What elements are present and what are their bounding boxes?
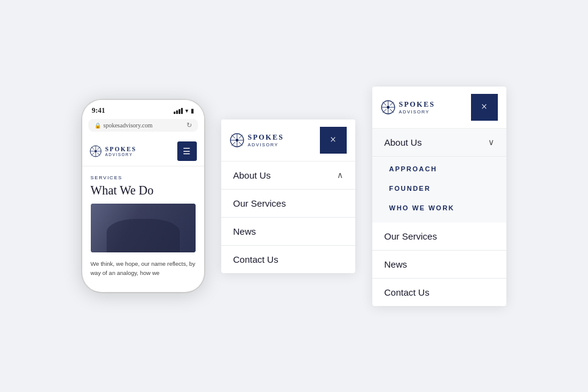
phone-status-icons: ▾ ▮ [174,107,194,114]
svg-line-29 [383,109,386,113]
phone-logo: SPOKES ADVISORY [90,145,136,157]
wifi-icon: ▾ [185,107,188,114]
services-label: SERVICES [91,175,196,180]
panel2-nav-contact[interactable]: Contact Us [372,279,506,306]
hero-image-inner [91,204,196,252]
scene: 9:41 ▾ ▮ 🔒 spokesadvisory.com ↻ [0,62,588,330]
panel1-logo-text: SPOKES ADVISORY [248,133,284,148]
phone-status-bar: 9:41 ▾ ▮ [82,100,204,119]
lock-icon: 🔒 [94,123,101,129]
panel2-logo-text: SPOKES ADVISORY [399,100,435,115]
sub-item-founder[interactable]: FOUNDER [372,179,506,198]
menu-panel-1: SPOKES ADVISORY × About Us ∧ Our Service… [221,119,355,273]
phone-address-bar[interactable]: 🔒 spokesadvisory.com ↻ [88,119,198,132]
page-heading: What We Do [91,183,196,198]
signal-icon [174,108,183,114]
panel2-sub-nav: APPROACH FOUNDER WHO WE WORK [372,157,506,223]
svg-line-8 [97,147,100,150]
sub-item-who-we-work[interactable]: WHO WE WORK [372,198,506,218]
panel1-nav-services[interactable]: Our Services [221,190,355,218]
svg-point-11 [235,138,238,141]
phone-time: 9:41 [92,106,105,115]
panel2-nav-about[interactable]: About Us ∨ [372,129,506,157]
reload-icon[interactable]: ↻ [186,121,192,129]
svg-line-6 [91,147,94,150]
about-chevron-down: ∨ [488,137,494,147]
menu-panel-2: SPOKES ADVISORY × About Us ∨ APPROACH FO… [372,87,506,306]
svg-line-18 [239,135,243,138]
battery-icon: ▮ [191,107,194,114]
spokes-logo-icon [90,145,102,157]
phone-mockup: 9:41 ▾ ▮ 🔒 spokesadvisory.com ↻ [82,100,204,292]
sub-item-approach[interactable]: APPROACH [372,159,506,179]
svg-line-16 [232,135,235,138]
svg-line-7 [97,153,100,156]
svg-point-1 [94,150,97,152]
panel2-logo-icon [381,100,395,115]
panel2-logo: SPOKES ADVISORY [381,100,435,115]
panel1-nav-contact[interactable]: Contact Us [221,246,355,273]
panel2-nav: About Us ∨ APPROACH FOUNDER WHO WE WORK … [372,129,506,306]
phone-content: SERVICES What We Do We think, we hope, o… [82,166,204,277]
panel1-nav-news[interactable]: News [221,218,355,246]
body-text: We think, we hope, our name reflects, by… [91,260,196,277]
svg-line-19 [232,142,235,146]
phone-navbar: SPOKES ADVISORY ☰ [82,137,204,166]
panel2-header: SPOKES ADVISORY × [372,87,506,129]
svg-line-17 [239,142,243,146]
panel1-nav: About Us ∧ Our Services News Contact Us [221,162,355,273]
panel2-nav-services[interactable]: Our Services [372,223,506,251]
phone-logo-text: SPOKES ADVISORY [105,146,136,157]
phone-frame: 9:41 ▾ ▮ 🔒 spokesadvisory.com ↻ [82,100,204,292]
panel1-logo: SPOKES ADVISORY [230,133,284,148]
phone-url: spokesadvisory.com [104,122,153,129]
panel1-nav-about[interactable]: About Us ∧ [221,162,355,190]
panel1-header: SPOKES ADVISORY × [221,119,355,162]
panel1-logo-icon [230,133,244,148]
hero-image [91,204,196,252]
svg-line-27 [390,109,394,113]
panel2-close-button[interactable]: × [471,94,498,121]
svg-line-9 [91,153,94,156]
panel2-nav-news[interactable]: News [372,251,506,279]
svg-line-26 [383,102,386,105]
hamburger-button[interactable]: ☰ [177,141,197,161]
svg-line-28 [390,102,394,105]
svg-point-21 [386,105,389,109]
about-chevron-up: ∧ [337,170,343,180]
panel1-close-button[interactable]: × [320,127,347,154]
